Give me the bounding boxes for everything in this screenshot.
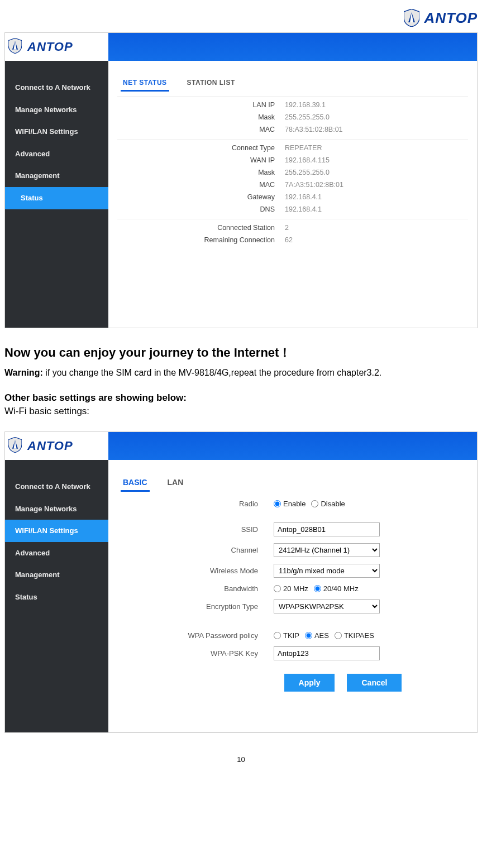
radio-bw-2040[interactable]: 20/40 MHz	[314, 584, 359, 593]
radio-disable[interactable]: Disable	[311, 500, 345, 508]
sidebar: Connect to A Network Manage Networks WIF…	[5, 61, 108, 328]
sidebar-item-status[interactable]: Status	[5, 187, 108, 209]
row-lan-mask: Mask 255.255.255.0	[117, 111, 468, 123]
status-group-wan: Connect Type REPEATER WAN IP 192.168.4.1…	[117, 139, 468, 215]
row-channel: Channel 2412MHz (Channel 1)	[117, 540, 468, 560]
channel-select[interactable]: 2412MHz (Channel 1)	[274, 543, 380, 557]
brand-name: ANTOP	[424, 9, 478, 27]
sidebar-item-connect[interactable]: Connect to A Network	[5, 76, 108, 99]
encryption-select[interactable]: WPAPSKWPA2PSK	[274, 600, 380, 613]
sidebar-item-wifilan[interactable]: WIFI/LAN Settings	[5, 520, 108, 542]
row-wan-ip: WAN IP 192.168.4.115	[117, 154, 468, 166]
row-ssid: SSID	[117, 519, 468, 540]
panel-top-bar	[108, 33, 477, 61]
radio-enable[interactable]: Enable	[274, 500, 306, 508]
sidebar-item-management[interactable]: Management	[5, 564, 108, 586]
brand-name: ANTOP	[27, 439, 73, 453]
radio-aes[interactable]: AES	[305, 631, 329, 640]
ssid-input[interactable]	[274, 522, 380, 536]
sidebar: Connect to A Network Manage Networks WIF…	[5, 460, 108, 732]
mode-select[interactable]: 11b/g/n mixed mode	[274, 564, 380, 578]
row-gateway: Gateway 192.168.4.1	[117, 191, 468, 203]
panel-logo: ANTOP	[5, 33, 108, 61]
cancel-button[interactable]: Cancel	[347, 674, 402, 692]
wifi-subheading: Wi-Fi basic settings:	[4, 406, 478, 417]
sidebar-item-manage[interactable]: Manage Networks	[5, 99, 108, 121]
warning-label: Warning:	[4, 368, 43, 377]
panel-logo: ANTOP	[5, 432, 108, 460]
doc-brand-header: ANTOP	[4, 9, 478, 27]
row-wireless-mode: Wireless Mode 11b/g/n mixed mode	[117, 560, 468, 581]
row-lan-mac: MAC 78:A3:51:02:8B:01	[117, 123, 468, 136]
antop-shield-icon	[8, 437, 24, 455]
status-group-conn: Connected Station 2 Remaining Connection…	[117, 219, 468, 246]
sidebar-item-management[interactable]: Management	[5, 165, 108, 187]
status-panel: ANTOP Connect to A Network Manage Networ…	[4, 32, 478, 328]
panel-top-bar	[108, 432, 477, 460]
tab-net-status[interactable]: NET STATUS	[121, 75, 169, 92]
antop-shield-icon	[8, 38, 24, 56]
row-wan-mask: Mask 255.255.255.0	[117, 166, 468, 179]
other-settings-heading: Other basic settings are showing below:	[4, 392, 478, 404]
row-wan-mac: MAC 7A:A3:51:02:8B:01	[117, 179, 468, 191]
row-remaining-connection: Remaining Connection 62	[117, 234, 468, 246]
tabs: NET STATUS STATION LIST	[117, 75, 468, 92]
headline: Now you can enjoy your journey to the In…	[4, 345, 478, 361]
tabs: BASIC LAN	[117, 474, 468, 492]
radio-bw-20[interactable]: 20 MHz	[274, 584, 308, 593]
antop-shield-icon	[404, 9, 419, 27]
sidebar-item-wifilan[interactable]: WIFI/LAN Settings	[5, 121, 108, 143]
sidebar-item-manage[interactable]: Manage Networks	[5, 498, 108, 520]
row-radio: Radio Enable Disable	[117, 496, 468, 511]
row-wpa-policy: WPA Password policy TKIP AES TKIPAES	[117, 628, 468, 643]
main-content: NET STATUS STATION LIST LAN IP 192.168.3…	[108, 61, 477, 328]
row-encryption: Encryption Type WPAPSKWPA2PSK	[117, 596, 468, 617]
wifi-settings-panel: ANTOP Connect to A Network Manage Networ…	[4, 431, 478, 733]
brand-name: ANTOP	[27, 40, 73, 54]
form-actions: Apply Cancel	[218, 664, 468, 694]
radio-tkip[interactable]: TKIP	[274, 631, 299, 640]
sidebar-item-status[interactable]: Status	[5, 586, 108, 608]
tab-station-list[interactable]: STATION LIST	[185, 75, 237, 92]
row-connect-type: Connect Type REPEATER	[117, 142, 468, 154]
prose-section: Now you can enjoy your journey to the In…	[4, 345, 478, 417]
apply-button[interactable]: Apply	[284, 674, 335, 692]
main-content: BASIC LAN Radio Enable Disable	[108, 460, 477, 732]
warning-paragraph: Warning: if you change the SIM card in t…	[4, 367, 478, 379]
tab-lan[interactable]: LAN	[165, 474, 186, 492]
wpa-key-input[interactable]	[274, 646, 380, 660]
sidebar-item-advanced[interactable]: Advanced	[5, 143, 108, 165]
row-connected-station: Connected Station 2	[117, 222, 468, 234]
page-number: 10	[4, 755, 478, 764]
row-lan-ip: LAN IP 192.168.39.1	[117, 99, 468, 111]
row-wpa-key: WPA-PSK Key	[117, 643, 468, 664]
radio-tkipaes[interactable]: TKIPAES	[335, 631, 374, 640]
sidebar-item-advanced[interactable]: Advanced	[5, 542, 108, 564]
row-bandwidth: Bandwidth 20 MHz 20/40 MHz	[117, 581, 468, 596]
row-dns: DNS 192.168.4.1	[117, 203, 468, 215]
sidebar-item-connect[interactable]: Connect to A Network	[5, 476, 108, 498]
status-group-lan: LAN IP 192.168.39.1 Mask 255.255.255.0 M…	[117, 96, 468, 136]
warning-text: if you change the SIM card in the MV-981…	[43, 368, 382, 377]
tab-basic[interactable]: BASIC	[121, 474, 150, 492]
